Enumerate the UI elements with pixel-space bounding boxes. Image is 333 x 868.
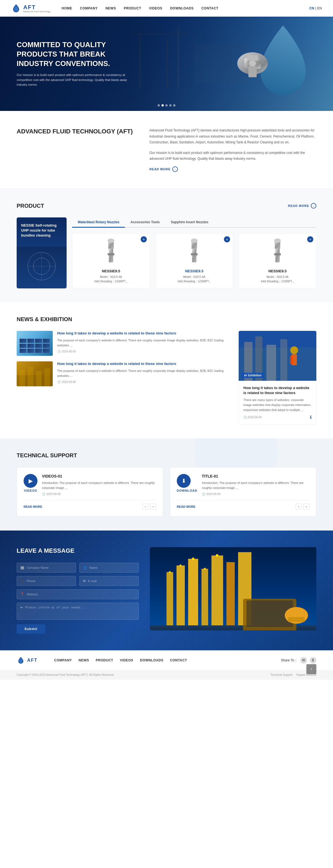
nav-news[interactable]: NEWS <box>105 6 116 10</box>
footer-nav-downloads[interactable]: Downloads <box>140 658 163 662</box>
product-read-more[interactable]: READ MORE → <box>288 203 316 209</box>
tech-card-desc-1: Introduction: The purpose of each compan… <box>202 480 309 490</box>
hero-dot-2[interactable] <box>161 104 164 106</box>
tech-card-title-1: TITLE-01 <box>202 474 309 478</box>
footer-nav-company[interactable]: Company <box>54 658 72 662</box>
tech-card-header-1: ⬇ DOWNLOAD TITLE-01 Introduction: The pu… <box>177 474 309 496</box>
tech-nav-1: ‹ › <box>296 504 309 510</box>
tech-prev-1[interactable]: ‹ <box>296 504 302 510</box>
footer-logo: AFT <box>17 656 37 664</box>
product-banner-bg <box>17 247 67 288</box>
share-wechat[interactable]: W <box>300 657 307 663</box>
product-card-plus-0[interactable]: + <box>141 236 147 242</box>
svg-point-53 <box>192 558 194 560</box>
videos-icon: ▶ <box>24 474 37 488</box>
address-input[interactable] <box>27 593 135 596</box>
tech-next-0[interactable]: › <box>150 504 156 510</box>
news-thumb-factory <box>17 361 53 386</box>
email-input[interactable] <box>88 579 135 583</box>
product-tab-accessories[interactable]: Accessories Tools <box>125 217 165 228</box>
product-card-0: + NESSIE9.5 Model：N19.5-4A Inlet <box>72 233 150 288</box>
product-card-name-1: NESSIE9.5 <box>160 269 229 273</box>
company-field[interactable]: 🏢 <box>17 563 76 573</box>
lang-en[interactable]: EN <box>317 6 322 10</box>
contact-section: LEAVE A MESSAGE 🏢 👤 📞 ✉ 📍 <box>0 530 333 650</box>
tech-read-more-0[interactable]: READ MORE <box>24 505 42 508</box>
footer-nav-contact[interactable]: Contact <box>170 658 187 662</box>
name-input[interactable] <box>89 566 135 569</box>
about-text2: Our mission is to build each product wit… <box>149 150 316 162</box>
phone-input[interactable] <box>27 579 72 583</box>
tech-next-1[interactable]: › <box>303 504 309 510</box>
product-card-1: + NESSIE9.5 Model：N19.5-4A Inlet <box>155 233 233 288</box>
company-icon: 🏢 <box>20 566 24 569</box>
footer-nav-news[interactable]: News <box>79 658 89 662</box>
email-field[interactable]: ✉ <box>79 576 139 586</box>
share-label: Share To： <box>281 658 298 663</box>
header: AFT Advanced Fluid Technology HOME COMPA… <box>0 0 333 17</box>
svg-rect-45 <box>177 565 185 630</box>
nav-product[interactable]: PRODUCT <box>124 6 141 10</box>
news-featured-title[interactable]: How long it takes to develop a website i… <box>243 385 312 396</box>
news-title-0[interactable]: How long it takes to develop a website i… <box>57 331 230 336</box>
product-card-plus-2[interactable]: + <box>307 236 313 242</box>
tech-read-more-1[interactable]: READ MORE <box>177 505 195 508</box>
news-section: NEWS & EXHIBITION How long it takes to d… <box>0 302 333 438</box>
footer-top: AFT Company News Product Videos Download… <box>0 651 333 670</box>
name-field[interactable]: 👤 <box>79 563 139 573</box>
lang-cn[interactable]: CN <box>309 6 314 10</box>
news-featured-more-icon[interactable]: ℹ <box>310 414 312 420</box>
news-title-1[interactable]: How long it takes to develop a website i… <box>57 361 230 366</box>
footer-link-tech[interactable]: Technical Support <box>270 673 293 676</box>
product-cards: + NESSIE9.5 Model：N19.5-4A Inlet <box>72 233 316 288</box>
hero-dot-5[interactable] <box>173 104 175 106</box>
tech-nav-0: ‹ › <box>142 504 156 510</box>
about-title: ADVANCED FLUID TECHNOLOGY (AFT) <box>17 128 133 135</box>
nav-downloads[interactable]: DOWNLOADS <box>170 6 194 10</box>
nav-videos[interactable]: VIDEOS <box>149 6 162 10</box>
svg-rect-4 <box>178 28 179 89</box>
tech-prev-0[interactable]: ‹ <box>142 504 148 510</box>
message-field[interactable]: ✏ <box>17 602 139 620</box>
product-card-detail-0: Model：N19.5-4A Inlet threading：1/16NPT..… <box>77 275 145 284</box>
scroll-top-button[interactable]: ↑ <box>306 664 316 674</box>
svg-point-51 <box>169 571 171 573</box>
news-featured-img: 🏷 Exhibition <box>239 331 316 381</box>
about-read-more[interactable]: READ MORE → <box>149 166 316 172</box>
hero-dot-4[interactable] <box>169 104 172 106</box>
footer-nav-videos[interactable]: Videos <box>120 658 133 662</box>
contact-img <box>150 547 316 630</box>
product-card-2: + NESSIE9.5 Model：N19.5-4A Inlet <box>239 233 316 288</box>
svg-rect-46 <box>188 559 198 630</box>
footer: AFT Company News Product Videos Download… <box>0 650 333 680</box>
submit-button[interactable]: Submit <box>17 624 45 634</box>
news-content-1: How long it takes to develop a website i… <box>57 361 230 383</box>
svg-rect-49 <box>226 562 235 630</box>
news-thumb-solar <box>17 331 53 356</box>
product-right: Waterblast Rotary Nozzles Accessories To… <box>72 217 316 288</box>
nav-contact[interactable]: CONTACT <box>202 6 218 10</box>
tech-card-1: ⬇ DOWNLOAD TITLE-01 Introduction: The pu… <box>170 467 316 517</box>
nav-company[interactable]: COMPANY <box>80 6 98 10</box>
svg-point-17 <box>108 239 114 243</box>
address-field[interactable]: 📍 <box>17 589 139 599</box>
hero-content: COMMITTED TO QUALITY PRODUCTS THAT BREAK… <box>0 29 144 98</box>
tech-layout: ▶ VIDEOS VIDEOS-01 Introduction: The pur… <box>17 467 316 517</box>
hero-dot-3[interactable] <box>165 104 168 106</box>
news-excerpt-1: The purpose of each company's website is… <box>57 369 230 378</box>
product-card-plus-1[interactable]: + <box>224 236 230 242</box>
svg-rect-23 <box>191 253 198 255</box>
product-tab-rotary[interactable]: Waterblast Rotary Nozzles <box>72 217 125 228</box>
footer-nav-product[interactable]: Product <box>96 658 113 662</box>
company-input[interactable] <box>27 566 72 569</box>
logo[interactable]: AFT Advanced Fluid Technology <box>11 3 51 13</box>
phone-field[interactable]: 📞 <box>17 576 76 586</box>
product-card-name-0: NESSIE9.5 <box>77 269 145 273</box>
hero-dot-1[interactable] <box>158 104 160 106</box>
nav-home[interactable]: HOME <box>62 6 72 10</box>
tech-card-desc-0: Introduction: The purpose of each compan… <box>42 480 156 490</box>
share-weibo[interactable]: B <box>310 657 316 663</box>
svg-point-52 <box>180 565 181 566</box>
message-input[interactable] <box>25 606 135 617</box>
product-tab-sapphire[interactable]: Sapphire Insert Nozzles <box>165 217 214 228</box>
